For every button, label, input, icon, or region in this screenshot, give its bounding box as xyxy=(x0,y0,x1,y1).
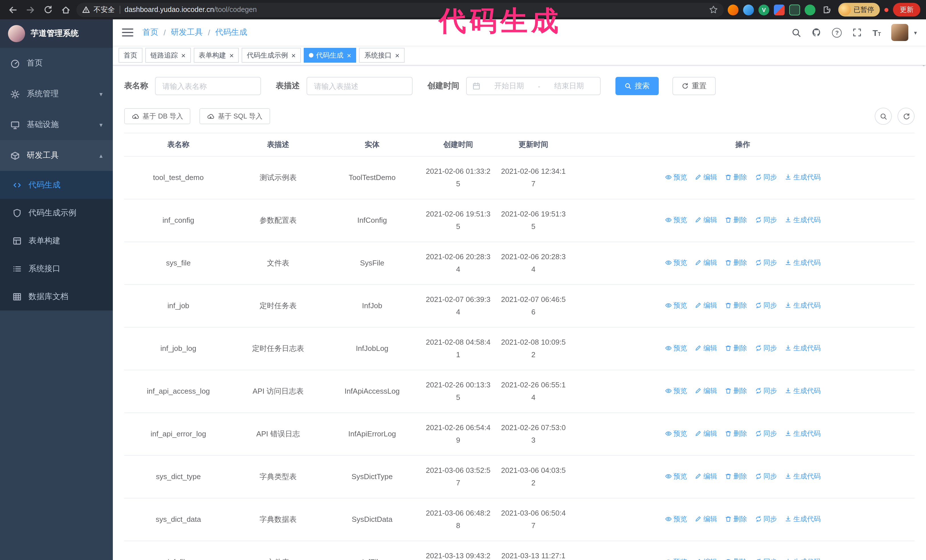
generate-code-link[interactable]: 生成代码 xyxy=(785,299,821,312)
sync-link[interactable]: 同步 xyxy=(755,385,777,397)
toggle-search-button[interactable] xyxy=(875,108,892,125)
delete-link[interactable]: 删除 xyxy=(725,555,747,560)
preview-link[interactable]: 预览 xyxy=(665,427,687,440)
tab-codegen-example[interactable]: 代码生成示例 × xyxy=(242,48,301,63)
delete-link[interactable]: 删除 xyxy=(725,299,747,312)
extension-icon-3[interactable]: V xyxy=(758,4,769,15)
close-icon[interactable]: × xyxy=(395,51,399,59)
close-icon[interactable]: × xyxy=(347,51,351,59)
delete-link[interactable]: 删除 xyxy=(725,513,747,525)
delete-link[interactable]: 删除 xyxy=(725,427,747,440)
delete-link[interactable]: 删除 xyxy=(725,470,747,483)
text-size-icon[interactable]: TT xyxy=(873,28,881,37)
delete-link[interactable]: 删除 xyxy=(725,171,747,183)
address-bar[interactable]: 不安全 dashboard.yudao.iocoder.cn/tool/code… xyxy=(76,3,724,17)
sync-link[interactable]: 同步 xyxy=(755,555,777,560)
tab-home[interactable]: 首页 xyxy=(118,48,142,63)
preview-link[interactable]: 预览 xyxy=(665,299,687,312)
sidebar-item-system-api[interactable]: 系统接口 xyxy=(0,255,113,282)
sync-link[interactable]: 同步 xyxy=(755,470,777,483)
delete-link[interactable]: 删除 xyxy=(725,342,747,354)
date-range-picker[interactable]: 开始日期 - 结束日期 xyxy=(466,77,601,95)
preview-link[interactable]: 预览 xyxy=(665,513,687,525)
extension-icon-4[interactable] xyxy=(774,4,785,15)
refresh-table-button[interactable] xyxy=(897,108,915,125)
user-avatar[interactable] xyxy=(891,24,908,41)
preview-link[interactable]: 预览 xyxy=(665,555,687,560)
sync-link[interactable]: 同步 xyxy=(755,214,777,226)
generate-code-link[interactable]: 生成代码 xyxy=(785,427,821,440)
edit-link[interactable]: 编辑 xyxy=(695,257,717,269)
tab-system-api[interactable]: 系统接口 × xyxy=(359,48,405,63)
generate-code-link[interactable]: 生成代码 xyxy=(785,513,821,525)
tab-codegen[interactable]: 代码生成 × xyxy=(304,48,356,63)
search-button[interactable]: 搜索 xyxy=(616,77,659,95)
preview-link[interactable]: 预览 xyxy=(665,342,687,354)
generate-code-link[interactable]: 生成代码 xyxy=(785,555,821,560)
end-date-placeholder[interactable]: 结束日期 xyxy=(544,81,595,91)
sync-link[interactable]: 同步 xyxy=(755,299,777,312)
forward-icon[interactable] xyxy=(23,3,37,17)
delete-link[interactable]: 删除 xyxy=(725,385,747,397)
extension-icon-5[interactable] xyxy=(789,4,800,15)
sync-link[interactable]: 同步 xyxy=(755,342,777,354)
sync-link[interactable]: 同步 xyxy=(755,427,777,440)
profile-paused-badge[interactable]: 已暂停 xyxy=(838,3,880,17)
close-icon[interactable]: × xyxy=(181,51,186,59)
tab-tracing[interactable]: 链路追踪 × xyxy=(145,48,191,63)
sidebar-item-codegen-example[interactable]: 代码生成示例 xyxy=(0,199,113,227)
generate-code-link[interactable]: 生成代码 xyxy=(785,385,821,397)
preview-link[interactable]: 预览 xyxy=(665,385,687,397)
edit-link[interactable]: 编辑 xyxy=(695,171,717,183)
edit-link[interactable]: 编辑 xyxy=(695,342,717,354)
preview-link[interactable]: 预览 xyxy=(665,470,687,483)
generate-code-link[interactable]: 生成代码 xyxy=(785,342,821,354)
edit-link[interactable]: 编辑 xyxy=(695,427,717,440)
extension-icon-1[interactable] xyxy=(728,4,738,15)
delete-link[interactable]: 删除 xyxy=(725,214,747,226)
logo-bar[interactable]: 芋道管理系统 xyxy=(0,20,113,48)
hamburger-icon[interactable] xyxy=(122,29,133,36)
preview-link[interactable]: 预览 xyxy=(665,214,687,226)
bookmark-star-icon[interactable] xyxy=(709,5,718,14)
security-chip[interactable]: 不安全 xyxy=(82,5,115,15)
edit-link[interactable]: 编辑 xyxy=(695,470,717,483)
search-icon[interactable] xyxy=(791,27,802,38)
table-desc-input[interactable] xyxy=(307,77,413,95)
sync-link[interactable]: 同步 xyxy=(755,513,777,525)
import-db-button[interactable]: 基于 DB 导入 xyxy=(124,108,191,124)
sidebar-item-form-builder[interactable]: 表单构建 xyxy=(0,227,113,255)
preview-link[interactable]: 预览 xyxy=(665,257,687,269)
github-icon[interactable] xyxy=(812,27,822,38)
generate-code-link[interactable]: 生成代码 xyxy=(785,171,821,183)
breadcrumb-devtools[interactable]: 研发工具 xyxy=(171,27,203,38)
sync-link[interactable]: 同步 xyxy=(755,257,777,269)
edit-link[interactable]: 编辑 xyxy=(695,513,717,525)
sidebar-item-infra[interactable]: 基础设施 ▾ xyxy=(0,109,113,140)
reload-icon[interactable] xyxy=(41,3,55,17)
import-sql-button[interactable]: 基于 SQL 导入 xyxy=(200,108,270,124)
edit-link[interactable]: 编辑 xyxy=(695,555,717,560)
fullscreen-icon[interactable] xyxy=(852,27,862,38)
extension-icon-2[interactable] xyxy=(743,4,754,15)
edit-link[interactable]: 编辑 xyxy=(695,385,717,397)
help-icon[interactable]: ? xyxy=(832,28,842,37)
update-button[interactable]: 更新 xyxy=(893,3,920,17)
generate-code-link[interactable]: 生成代码 xyxy=(785,257,821,269)
back-icon[interactable] xyxy=(6,3,20,17)
sync-link[interactable]: 同步 xyxy=(755,171,777,183)
edit-link[interactable]: 编辑 xyxy=(695,214,717,226)
sidebar-item-codegen[interactable]: 代码生成 xyxy=(0,171,113,199)
sidebar-item-home[interactable]: 首页 xyxy=(0,48,113,78)
table-name-input[interactable] xyxy=(155,77,261,95)
generate-code-link[interactable]: 生成代码 xyxy=(785,470,821,483)
reset-button[interactable]: 重置 xyxy=(672,77,716,95)
generate-code-link[interactable]: 生成代码 xyxy=(785,214,821,226)
delete-link[interactable]: 删除 xyxy=(725,257,747,269)
preview-link[interactable]: 预览 xyxy=(665,171,687,183)
breadcrumb-home[interactable]: 首页 xyxy=(142,27,159,38)
start-date-placeholder[interactable]: 开始日期 xyxy=(484,81,534,91)
sidebar-item-devtools[interactable]: 研发工具 ▴ xyxy=(0,140,113,171)
home-icon[interactable] xyxy=(59,3,73,17)
edit-link[interactable]: 编辑 xyxy=(695,299,717,312)
